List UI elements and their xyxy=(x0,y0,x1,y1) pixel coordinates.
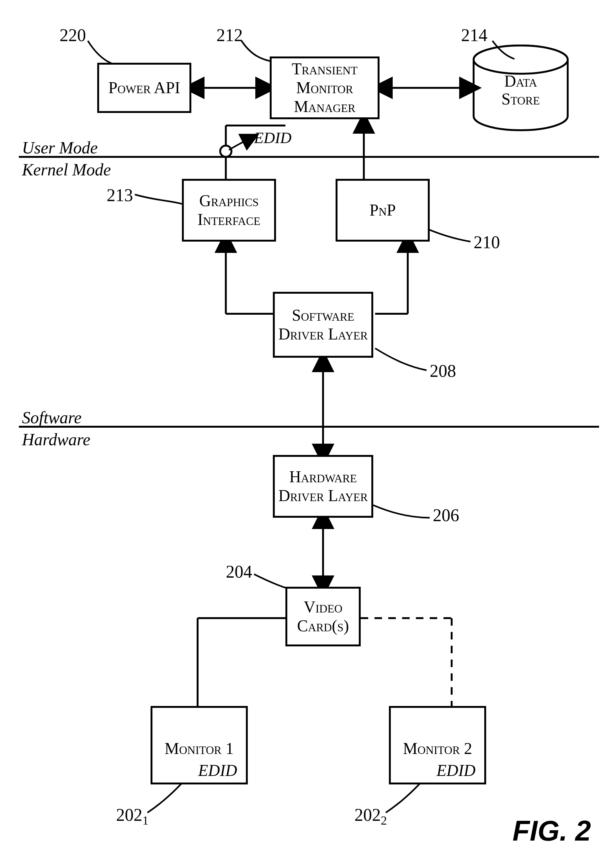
box-monitor-1: Monitor 1 EDID xyxy=(151,706,248,784)
diagram-canvas: Power API Transient Monitor Manager Data… xyxy=(0,0,616,866)
label-hdl: Hardware Driver Layer xyxy=(277,468,369,505)
box-video-cards: Video Card(s) xyxy=(285,587,361,646)
ref-202-1: 2021 xyxy=(116,805,149,827)
label-power-api: Power API xyxy=(108,79,180,97)
ref-208: 208 xyxy=(430,361,456,381)
box-hardware-driver-layer: Hardware Driver Layer xyxy=(273,455,373,518)
box-software-driver-layer: Software Driver Layer xyxy=(273,292,373,358)
svg-point-3 xyxy=(474,46,568,74)
label-sdl: Software Driver Layer xyxy=(277,306,369,343)
ref-212: 212 xyxy=(217,25,243,45)
label-data-store: Data Store xyxy=(500,72,541,108)
region-hardware: Hardware xyxy=(22,430,90,449)
connectors-layer xyxy=(0,0,616,866)
label-monitor2-edid: EDID xyxy=(437,761,476,780)
ref-202-2: 2022 xyxy=(354,805,387,827)
box-monitor-2: Monitor 2 EDID xyxy=(389,706,486,784)
ref-214: 214 xyxy=(461,25,487,45)
ref-220: 220 xyxy=(60,25,86,45)
label-tmm: Transient Monitor Manager xyxy=(274,60,375,116)
label-video: Video Card(s) xyxy=(290,598,356,635)
box-transient-monitor-manager: Transient Monitor Manager xyxy=(270,57,380,119)
label-monitor1: Monitor 1 xyxy=(165,739,234,758)
label-edid-lollipop: EDID xyxy=(254,129,291,147)
label-monitor2: Monitor 2 xyxy=(403,739,472,758)
box-graphics-interface: Graphics Interface xyxy=(182,179,276,242)
figure-label: FIG. 2 xyxy=(512,815,591,847)
box-pnp: PnP xyxy=(336,179,430,242)
box-power-api: Power API xyxy=(97,63,191,113)
ref-206: 206 xyxy=(433,505,459,525)
label-monitor1-edid: EDID xyxy=(198,761,237,780)
region-software: Software xyxy=(22,408,82,427)
ref-210: 210 xyxy=(474,232,500,252)
label-graphics-interface: Graphics Interface xyxy=(186,191,272,229)
svg-point-2 xyxy=(474,46,568,74)
ref-213: 213 xyxy=(107,185,133,205)
region-kernel-mode: Kernel Mode xyxy=(22,160,111,179)
region-user-mode: User Mode xyxy=(22,138,97,157)
ref-204: 204 xyxy=(226,562,252,582)
svg-point-7 xyxy=(220,146,231,157)
label-pnp: PnP xyxy=(369,201,396,220)
